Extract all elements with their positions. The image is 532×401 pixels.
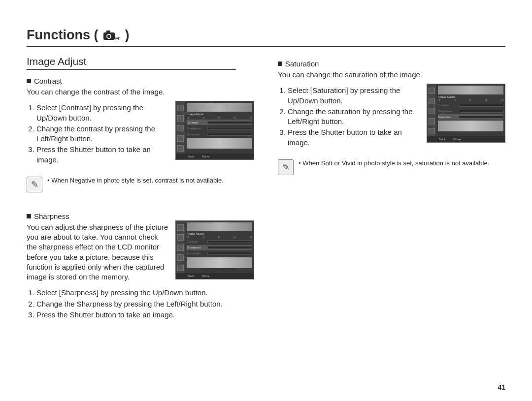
step-item: Press the Shutter button to take an imag… <box>288 127 421 148</box>
sharpness-row: You can adjust the sharpness of the pict… <box>27 220 254 286</box>
right-column: Saturation You can change the saturation… <box>278 56 505 324</box>
sharpness-heading-text: Sharpness <box>34 212 69 220</box>
sharpness-desc: You can adjust the sharpness of the pict… <box>27 222 169 282</box>
page-title: Functions ( Fn ) <box>27 28 505 47</box>
step-item: Change the Sharpness by pressing the Lef… <box>36 299 254 309</box>
title-prefix: Functions ( <box>27 28 98 43</box>
saturation-steps: Select [Saturation] by pressing the Up/D… <box>278 86 421 148</box>
saturation-desc: You can change the saturation of the ima… <box>278 70 505 80</box>
bullet-square-icon <box>27 79 31 83</box>
svg-rect-1 <box>106 31 110 33</box>
contrast-heading: Contrast <box>27 77 254 85</box>
saturation-note-text: • When Soft or Vivid in photo style is s… <box>299 159 489 168</box>
saturation-row: Select [Saturation] by pressing the Up/D… <box>278 84 505 152</box>
note-icon: ✎ <box>27 177 42 192</box>
left-column: Image Adjust Contrast You can change the… <box>27 56 254 324</box>
title-suffix: ) <box>125 28 129 43</box>
saturation-heading-text: Saturation <box>285 60 319 68</box>
section-heading: Image Adjust <box>27 56 236 70</box>
lcd-preview-contrast: Image Adjust -2-10+1+2 Contrast Sharpnes… <box>175 101 254 160</box>
contrast-steps: Select [Contrast] by pressing the Up/Dow… <box>27 103 169 165</box>
contrast-row: Select [Contrast] by pressing the Up/Dow… <box>27 101 254 169</box>
camera-fn-icon: Fn <box>103 30 120 41</box>
sharpness-heading: Sharpness <box>27 212 254 220</box>
sharpness-steps: Select [Sharpness] by pressing the Up/Do… <box>27 288 254 320</box>
step-item: Press the Shutter button to take an imag… <box>36 145 169 165</box>
contrast-note: ✎ • When Negative in photo style is set,… <box>27 177 254 192</box>
lcd-preview-sharpness: Image Adjust -2-10+1+2 Contrast Sharpnes… <box>175 220 254 279</box>
step-item: Change the saturation by pressing the Le… <box>288 107 421 127</box>
step-item: Select [Contrast] by pressing the Up/Dow… <box>36 103 169 123</box>
contrast-desc: You can change the contrast of the image… <box>27 87 254 97</box>
saturation-note: ✎ • When Soft or Vivid in photo style is… <box>278 159 505 175</box>
bullet-square-icon <box>27 214 31 218</box>
lcd-preview-saturation: Image Adjust -2-10+1+2 Contrast Sharpnes… <box>427 84 505 143</box>
contrast-heading-text: Contrast <box>34 77 62 85</box>
step-item: Select [Sharpness] by pressing the Up/Do… <box>36 288 254 298</box>
step-item: Change the contrast by pressing the Left… <box>36 124 169 144</box>
svg-point-3 <box>107 34 110 37</box>
contrast-note-text: • When Negative in photo style is set, c… <box>47 177 224 185</box>
saturation-heading: Saturation <box>278 60 505 68</box>
step-item: Press the Shutter button to take an imag… <box>36 310 254 320</box>
step-item: Select [Saturation] by pressing the Up/D… <box>288 86 421 106</box>
bullet-square-icon <box>278 62 282 66</box>
content-columns: Image Adjust Contrast You can change the… <box>27 56 505 324</box>
note-icon: ✎ <box>278 159 294 175</box>
manual-page: Functions ( Fn ) Image Adjust Contrast Y… <box>0 0 532 401</box>
svg-text:Fn: Fn <box>115 36 120 41</box>
page-number: 41 <box>498 383 505 391</box>
